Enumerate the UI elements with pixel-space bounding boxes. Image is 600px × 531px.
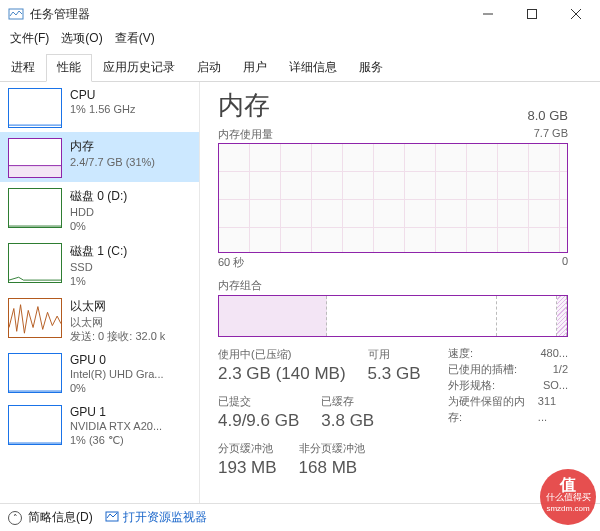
sidebar-item-disk0[interactable]: 磁盘 0 (D:) HDD 0%	[0, 182, 199, 237]
tab-users[interactable]: 用户	[232, 54, 278, 82]
footer-bar: ˄ 简略信息(D) 打开资源监视器	[0, 503, 600, 531]
disk0-thumb	[8, 188, 62, 228]
metric-available: 5.3 GB	[368, 364, 421, 384]
window-maximize-button[interactable]	[510, 0, 554, 28]
spec-label: 为硬件保留的内存:	[448, 393, 538, 425]
sidebar-item-ethernet[interactable]: 以太网 以太网 发送: 0 接收: 32.0 k	[0, 292, 199, 347]
sidebar-item-sub: 发送: 0 接收: 32.0 k	[70, 329, 165, 343]
taskmgr-icon	[8, 6, 24, 22]
spec-speed: 480...	[540, 345, 568, 361]
menu-bar: 文件(F) 选项(O) 查看(V)	[0, 28, 600, 53]
chart-max: 7.7 GB	[534, 127, 568, 142]
spec-hwreserved: 311 ...	[538, 393, 568, 425]
menu-file[interactable]: 文件(F)	[10, 30, 49, 47]
cpu-thumb	[8, 88, 62, 128]
open-resmon-link[interactable]: 打开资源监视器	[123, 509, 207, 526]
spec-form: SO...	[543, 377, 568, 393]
sidebar-item-label: 磁盘 0 (D:)	[70, 188, 127, 205]
composition-label: 内存组合	[218, 278, 262, 293]
memory-total: 8.0 GB	[528, 108, 568, 123]
gpu0-thumb	[8, 353, 62, 393]
performance-sidebar: CPU 1% 1.56 GHz 内存 2.4/7.7 GB (31%) 磁盘 0…	[0, 82, 200, 512]
window-minimize-button[interactable]	[466, 0, 510, 28]
sidebar-item-sub: SSD	[70, 260, 127, 274]
chart-axis-right: 0	[562, 255, 568, 270]
metric-paged: 193 MB	[218, 458, 277, 478]
sidebar-item-sub: 1%	[70, 274, 127, 288]
metric-label: 非分页缓冲池	[299, 441, 365, 456]
main-panel: 内存 8.0 GB 内存使用量 7.7 GB 60 秒 0 内存组合 使用中(已…	[200, 82, 600, 512]
fewer-details-icon[interactable]: ˄	[8, 511, 22, 525]
metric-label: 已提交	[218, 394, 299, 409]
tab-performance[interactable]: 性能	[46, 54, 92, 82]
spec-label: 速度:	[448, 345, 473, 361]
sidebar-item-sub: HDD	[70, 205, 127, 219]
ethernet-thumb	[8, 298, 62, 338]
sidebar-item-label: GPU 1	[70, 405, 162, 419]
watermark-badge: 值 什么值得买 smzdm.com	[540, 469, 596, 525]
sidebar-item-label: 内存	[70, 138, 155, 155]
window-title: 任务管理器	[30, 6, 90, 23]
metric-nonpaged: 168 MB	[299, 458, 365, 478]
page-title: 内存	[218, 88, 270, 123]
window-close-button[interactable]	[554, 0, 598, 28]
sidebar-item-sub: 0%	[70, 381, 164, 395]
tab-bar: 进程 性能 应用历史记录 启动 用户 详细信息 服务	[0, 53, 600, 82]
menu-options[interactable]: 选项(O)	[61, 30, 102, 47]
disk1-thumb	[8, 243, 62, 283]
sidebar-item-sub: 1% 1.56 GHz	[70, 102, 135, 116]
sidebar-item-sub: 1% (36 ℃)	[70, 433, 162, 447]
memory-usage-chart[interactable]	[218, 143, 568, 253]
svg-rect-2	[528, 10, 537, 19]
spec-label: 外形规格:	[448, 377, 495, 393]
sidebar-item-sub: 0%	[70, 219, 127, 233]
spec-slots: 1/2	[553, 361, 568, 377]
metric-label: 可用	[368, 347, 421, 362]
metric-label: 使用中(已压缩)	[218, 347, 346, 362]
tab-processes[interactable]: 进程	[0, 54, 46, 82]
svg-rect-5	[9, 166, 61, 177]
sidebar-item-sub: 以太网	[70, 315, 165, 329]
metric-label: 已缓存	[321, 394, 374, 409]
chart-label: 内存使用量	[218, 127, 273, 142]
sidebar-item-label: 以太网	[70, 298, 165, 315]
memory-spec-table: 速度:480... 已使用的插槽:1/2 外形规格:SO... 为硬件保留的内存…	[448, 345, 568, 478]
tab-services[interactable]: 服务	[348, 54, 394, 82]
tab-details[interactable]: 详细信息	[278, 54, 348, 82]
tab-startup[interactable]: 启动	[186, 54, 232, 82]
chart-axis-left: 60 秒	[218, 255, 244, 270]
sidebar-item-gpu1[interactable]: GPU 1 NVIDIA RTX A20... 1% (36 ℃)	[0, 399, 199, 451]
metric-label: 分页缓冲池	[218, 441, 277, 456]
metric-in-use: 2.3 GB (140 MB)	[218, 364, 346, 384]
sidebar-item-sub: Intel(R) UHD Gra...	[70, 367, 164, 381]
gpu1-thumb	[8, 405, 62, 445]
memory-thumb	[8, 138, 62, 178]
sidebar-item-label: 磁盘 1 (C:)	[70, 243, 127, 260]
menu-view[interactable]: 查看(V)	[115, 30, 155, 47]
metric-cached: 3.8 GB	[321, 411, 374, 431]
sidebar-item-label: GPU 0	[70, 353, 164, 367]
tab-app-history[interactable]: 应用历史记录	[92, 54, 186, 82]
sidebar-item-disk1[interactable]: 磁盘 1 (C:) SSD 1%	[0, 237, 199, 292]
window-titlebar: 任务管理器	[0, 0, 600, 28]
spec-label: 已使用的插槽:	[448, 361, 517, 377]
memory-composition-chart[interactable]	[218, 295, 568, 337]
fewer-details-link[interactable]: 简略信息(D)	[28, 509, 93, 526]
sidebar-item-gpu0[interactable]: GPU 0 Intel(R) UHD Gra... 0%	[0, 347, 199, 399]
resmon-icon	[105, 509, 119, 526]
sidebar-item-sub: NVIDIA RTX A20...	[70, 419, 162, 433]
metric-committed: 4.9/9.6 GB	[218, 411, 299, 431]
sidebar-item-memory[interactable]: 内存 2.4/7.7 GB (31%)	[0, 132, 199, 182]
sidebar-item-sub: 2.4/7.7 GB (31%)	[70, 155, 155, 169]
sidebar-item-cpu[interactable]: CPU 1% 1.56 GHz	[0, 82, 199, 132]
sidebar-item-label: CPU	[70, 88, 135, 102]
